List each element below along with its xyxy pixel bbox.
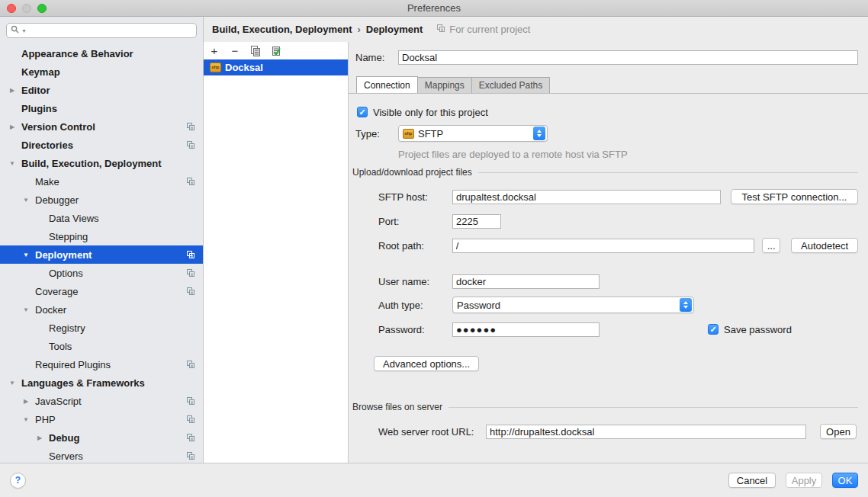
help-button[interactable]: ? (10, 473, 26, 489)
deployment-form: Name: ConnectionMappingsExcluded Paths ✓… (349, 42, 868, 463)
sidebar-item-data-views[interactable]: Data Views (0, 209, 203, 227)
web-root-label: Web server root URL: (378, 426, 486, 438)
sidebar-item-label: Deployment (35, 249, 92, 261)
test-sftp-connection-button[interactable]: Test SFTP connection... (731, 189, 858, 204)
server-list-panel: + − sftp Docksal (204, 42, 349, 463)
save-password-checkbox[interactable]: ✓ (708, 324, 719, 335)
sidebar-item-label: Editor (21, 85, 50, 96)
sidebar-item-label: Version Control (21, 121, 95, 133)
add-server-icon[interactable]: + (209, 46, 220, 56)
web-root-field[interactable] (486, 425, 806, 439)
tab-excluded-paths[interactable]: Excluded Paths (472, 77, 550, 94)
sidebar-item-editor[interactable]: ▶Editor (0, 81, 203, 99)
port-field[interactable] (452, 214, 501, 229)
settings-tree: Appearance & BehaviorKeymap▶EditorPlugin… (0, 44, 203, 463)
visible-project-checkbox[interactable]: ✓ (357, 107, 368, 117)
chevron-down-icon[interactable]: ▼ (6, 160, 18, 167)
current-project-icon (186, 287, 195, 296)
sidebar-item-servers[interactable]: Servers (0, 447, 203, 463)
sidebar-item-label: Debug (49, 432, 79, 444)
sidebar-item-build-execution-deployment[interactable]: ▼Build, Execution, Deployment (0, 154, 203, 172)
search-input[interactable]: ▼ (6, 23, 197, 38)
tab-connection[interactable]: Connection (356, 76, 418, 94)
chevron-down-icon[interactable]: ▼ (20, 197, 32, 204)
sidebar-item-label: JavaScript (35, 396, 82, 407)
current-project-icon (186, 360, 195, 369)
sidebar-item-registry[interactable]: Registry (0, 319, 203, 337)
apply-button[interactable]: Apply (786, 473, 822, 488)
breadcrumb-parent[interactable]: Build, Execution, Deployment (212, 24, 352, 35)
sidebar-item-required-plugins[interactable]: Required Plugins (0, 355, 203, 374)
sidebar-item-docker[interactable]: ▼Docker (0, 300, 203, 319)
sidebar-item-label: Data Views (49, 213, 99, 224)
sidebar-item-stepping[interactable]: Stepping (0, 227, 203, 245)
ok-button[interactable]: OK (832, 473, 858, 488)
chevron-down-icon[interactable]: ▼ (20, 306, 32, 313)
breadcrumb-separator: › (357, 24, 360, 35)
chevron-right-icon[interactable]: ▶ (34, 434, 46, 441)
sidebar-item-appearance-behavior[interactable]: Appearance & Behavior (0, 44, 203, 63)
sidebar-item-debug[interactable]: ▶Debug (0, 428, 203, 447)
type-select[interactable]: sftp SFTP (398, 125, 548, 142)
zoom-window-button[interactable] (37, 4, 47, 13)
cancel-button[interactable]: Cancel (728, 473, 776, 488)
upload-group-label: Upload/download project files (352, 167, 472, 178)
browse-root-path-button[interactable]: ... (762, 238, 780, 253)
auth-type-select[interactable]: Password (452, 297, 694, 313)
chevron-right-icon[interactable]: ▶ (6, 87, 18, 94)
root-path-field[interactable] (452, 239, 754, 253)
user-name-field[interactable] (452, 274, 600, 289)
advanced-options-button[interactable]: Advanced options... (374, 356, 479, 371)
search-filter-chevron-icon[interactable]: ▼ (21, 28, 27, 34)
sidebar-item-plugins[interactable]: Plugins (0, 99, 203, 117)
sidebar-item-coverage[interactable]: Coverage (0, 282, 203, 300)
settings-sidebar: ▼ Appearance & BehaviorKeymap▶EditorPlug… (0, 17, 204, 463)
window-title: Preferences (0, 2, 868, 14)
current-project-icon (186, 140, 195, 149)
chevron-right-icon[interactable]: ▶ (6, 123, 18, 130)
sidebar-item-javascript[interactable]: ▶JavaScript (0, 392, 203, 410)
browse-group-label: Browse files on server (352, 402, 442, 412)
chevron-down-icon[interactable]: ▼ (20, 252, 32, 258)
sftp-type-icon: sftp (403, 129, 414, 139)
sidebar-item-label: Coverage (35, 286, 78, 297)
autodetect-button[interactable]: Autodetect (791, 238, 858, 253)
sidebar-item-deployment[interactable]: ▼Deployment (0, 245, 203, 264)
sidebar-item-version-control[interactable]: ▶Version Control (0, 117, 203, 136)
sidebar-item-label: Required Plugins (35, 359, 111, 370)
current-project-icon (186, 433, 195, 442)
minimize-window-button[interactable] (22, 4, 31, 13)
sidebar-item-languages-frameworks[interactable]: ▼Languages & Frameworks (0, 374, 203, 392)
sidebar-item-directories[interactable]: Directories (0, 136, 203, 154)
sidebar-item-tools[interactable]: Tools (0, 337, 203, 355)
current-project-icon (186, 250, 195, 259)
use-as-default-icon[interactable] (271, 46, 281, 56)
visible-project-label: Visible only for this project (373, 107, 488, 118)
sidebar-item-label: Docker (35, 304, 66, 316)
name-field[interactable] (398, 50, 858, 65)
sidebar-item-label: Build, Execution, Deployment (21, 158, 161, 169)
sftp-host-field[interactable] (452, 190, 721, 204)
breadcrumb-current: Deployment (366, 24, 423, 35)
sidebar-item-make[interactable]: Make (0, 172, 203, 191)
tab-mappings[interactable]: Mappings (418, 77, 472, 94)
sftp-host-label: SFTP host: (378, 191, 452, 203)
close-window-button[interactable] (7, 4, 16, 13)
current-project-icon (186, 451, 195, 460)
password-field[interactable] (452, 322, 600, 337)
open-button[interactable]: Open (820, 424, 857, 439)
sidebar-item-php[interactable]: ▼PHP (0, 410, 203, 428)
remove-server-icon[interactable]: − (230, 46, 240, 56)
copy-server-icon[interactable] (250, 46, 261, 56)
chevron-down-icon[interactable]: ▼ (20, 416, 32, 423)
sidebar-item-debugger[interactable]: ▼Debugger (0, 191, 203, 209)
chevron-right-icon[interactable]: ▶ (20, 398, 32, 405)
current-project-icon (186, 177, 195, 186)
sidebar-item-label: PHP (35, 414, 56, 425)
password-label: Password: (378, 324, 452, 335)
sidebar-item-keymap[interactable]: Keymap (0, 63, 203, 81)
server-list-item-docksal[interactable]: sftp Docksal (204, 59, 348, 75)
sidebar-item-options[interactable]: Options (0, 264, 203, 282)
current-project-icon (186, 396, 195, 406)
chevron-down-icon[interactable]: ▼ (6, 380, 18, 386)
